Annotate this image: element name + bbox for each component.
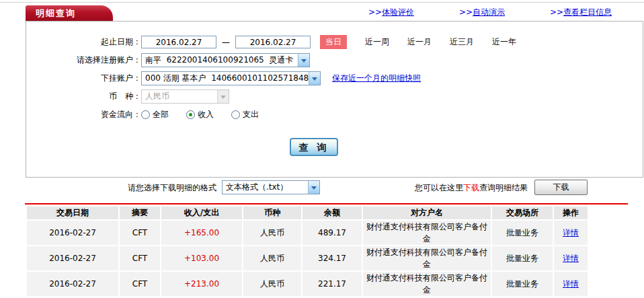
download-format-select[interactable]: 文本格式（.txt）	[222, 180, 320, 194]
link-experience-review[interactable]: >>体验评价	[368, 7, 414, 18]
cell-counterparty: 财付通支付科技有限公司客户备付金	[363, 272, 491, 296]
col-header-counterparty: 对方户名	[363, 207, 491, 219]
cell-summary: CFT	[120, 221, 160, 245]
cell-currency: 人民币	[243, 221, 301, 245]
cell-action: 详情	[554, 272, 588, 296]
table-row: 2016-02-27 CFT +213.00 人民币 221.17 财付通支付科…	[27, 272, 588, 296]
table-header-row: 交易日期 摘要 收入/支出 币种 余额 对方户名 交易场所 操作	[27, 207, 588, 219]
save-snapshot-link[interactable]: 保存近一个月的明细快照	[332, 73, 421, 84]
date-range-label: 起止日期：	[26, 36, 141, 48]
cell-summary: CFT	[120, 272, 160, 296]
cell-action: 详情	[554, 246, 588, 270]
currency-label: 币 种：	[26, 91, 141, 102]
cell-balance: 489.17	[303, 221, 362, 245]
date-to-input[interactable]	[235, 36, 311, 48]
download-button[interactable]: 下载	[534, 180, 588, 195]
chevrons-icon: >>	[550, 7, 563, 17]
top-links: >>体验评价 >>自动演示 >>查看栏目信息	[368, 7, 612, 18]
link-view-column-info[interactable]: >>查看栏目信息	[550, 7, 612, 18]
query-button[interactable]: 查 询	[290, 138, 338, 156]
sub-account-label: 下挂账户：	[26, 73, 141, 84]
cell-currency: 人民币	[243, 272, 301, 296]
currency-row: 币 种： 人民币	[26, 87, 643, 106]
register-account-select[interactable]: 南平 6222001406100921065 灵通卡	[141, 53, 310, 67]
radio-icon	[231, 110, 240, 119]
detail-query-page: 明细查询 >>体验评价 >>自动演示 >>查看栏目信息 起止日期： — 当日 近…	[0, 0, 644, 298]
quick-range-month[interactable]: 近一月	[407, 36, 432, 48]
date-separator: —	[222, 38, 230, 47]
cell-date: 2016-02-27	[27, 246, 118, 270]
chevron-down-icon[interactable]	[308, 181, 319, 194]
chevrons-icon: >>	[459, 7, 473, 17]
today-badge[interactable]: 当日	[320, 35, 347, 49]
col-header-venue: 交易场所	[492, 207, 553, 219]
results-table: 交易日期 摘要 收入/支出 币种 余额 对方户名 交易场所 操作 2016-02…	[26, 205, 589, 297]
cell-venue: 批量业务	[492, 272, 553, 296]
cell-date: 2016-02-27	[27, 221, 118, 245]
link-auto-demo[interactable]: >>自动演示	[459, 7, 505, 18]
detail-link[interactable]: 详情	[563, 254, 579, 263]
top-divider	[0, 2, 644, 3]
date-range-row: 起止日期： — 当日 近一周 近一月 近三月 近一年	[26, 33, 643, 51]
detail-link[interactable]: 详情	[563, 228, 579, 237]
cell-action: 详情	[554, 221, 588, 245]
radio-icon	[141, 110, 150, 119]
fund-flow-radio-group: 全部 收入 支出	[141, 109, 276, 120]
cell-counterparty: 财付通支付科技有限公司客户备付金	[363, 246, 491, 270]
flow-option-expense[interactable]: 支出	[231, 109, 259, 120]
cell-venue: 批量业务	[492, 246, 553, 270]
cell-amount: +165.00	[161, 221, 242, 245]
cell-amount: +213.00	[161, 272, 242, 296]
quick-range-week[interactable]: 近一周	[365, 36, 389, 48]
chevrons-icon: >>	[368, 7, 382, 17]
quick-range-quarter[interactable]: 近三月	[450, 36, 474, 48]
table-row: 2016-02-27 CFT +165.00 人民币 489.17 财付通支付科…	[27, 221, 588, 245]
cell-venue: 批量业务	[492, 221, 553, 245]
detail-link[interactable]: 详情	[563, 279, 579, 289]
col-header-action: 操作	[554, 207, 588, 219]
flow-option-income[interactable]: 收入	[186, 109, 214, 120]
col-header-date: 交易日期	[27, 207, 118, 219]
query-form-panel: 起止日期： — 当日 近一周 近一月 近三月 近一年 请选择注册账户： 南平 6…	[26, 21, 643, 178]
cell-amount: +103.00	[161, 246, 242, 270]
chevron-down-icon[interactable]	[309, 72, 320, 85]
download-format-label: 请您选择下载明细的格式	[128, 180, 216, 196]
cell-balance: 221.17	[303, 272, 362, 296]
chevron-down-icon	[217, 90, 229, 103]
table-top-red-divider	[25, 203, 628, 204]
register-account-row: 请选择注册账户： 南平 6222001406100921065 灵通卡	[26, 51, 643, 69]
fund-flow-label: 资金流向：	[26, 109, 141, 120]
date-from-input[interactable]	[141, 36, 216, 48]
sub-account-select[interactable]: 000 活期 基本户 1406600101102571848	[141, 71, 321, 85]
col-header-summary: 摘要	[120, 207, 160, 219]
quick-range-year[interactable]: 近一年	[492, 36, 516, 48]
cell-date: 2016-02-27	[27, 272, 118, 296]
cell-currency: 人民币	[243, 246, 301, 270]
currency-select: 人民币	[141, 89, 229, 104]
download-row: 请您选择下载明细的格式 文本格式（.txt） 您可以在这里下载查询明细结果 下载	[0, 180, 644, 197]
chevron-down-icon[interactable]	[298, 54, 309, 67]
fund-flow-row: 资金流向： 全部 收入 支出	[26, 106, 643, 124]
col-header-balance: 余额	[303, 207, 362, 219]
cell-balance: 324.17	[303, 246, 362, 270]
module-tab-detail-query[interactable]: 明细查询	[26, 5, 113, 21]
col-header-currency: 币种	[243, 207, 301, 219]
radio-icon	[186, 110, 195, 119]
download-hint: 您可以在这里下载查询明细结果	[415, 180, 528, 196]
sub-account-row: 下挂账户： 000 活期 基本户 1406600101102571848 保存近…	[26, 69, 643, 87]
table-row: 2016-02-27 CFT +103.00 人民币 324.17 财付通支付科…	[27, 246, 588, 270]
col-header-amount: 收入/支出	[161, 207, 242, 219]
flow-option-all[interactable]: 全部	[141, 109, 169, 120]
download-hint-red: 下载	[463, 183, 479, 192]
cell-counterparty: 财付通支付科技有限公司客户备付金	[363, 221, 491, 245]
register-account-label: 请选择注册账户：	[26, 54, 141, 66]
cell-summary: CFT	[120, 246, 160, 270]
